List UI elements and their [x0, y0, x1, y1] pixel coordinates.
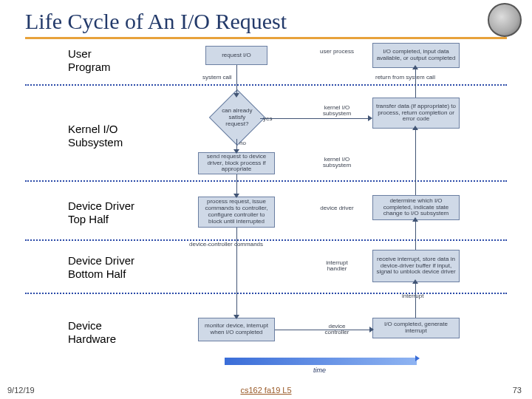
arrow-l4: [236, 228, 237, 318]
arrowhead-l4: [233, 315, 239, 319]
row-label-driver-top: Device DriverTop Half: [68, 200, 134, 226]
arrowhead-l2: [233, 149, 239, 154]
row-label-kernel-io: Kernel I/OSubsystem: [68, 123, 123, 149]
footer-page: 73: [513, 386, 522, 395]
divider-1: [25, 84, 507, 86]
arrow-yes: [260, 118, 371, 119]
arrowhead-r4: [412, 65, 418, 69]
row-label-hardware: DeviceHardware: [68, 319, 116, 346]
label-return-system-call: return from system call: [375, 74, 435, 81]
divider-2: [25, 180, 507, 182]
node-can-satisfy-label: can already satisfy request?: [220, 108, 254, 127]
node-can-satisfy: can already satisfy request?: [209, 89, 265, 146]
arrow-r3: [415, 129, 416, 195]
side-user-process: user process: [316, 49, 358, 55]
side-kernel-io-2: kernel I/O subsystem: [316, 157, 358, 169]
side-device-driver: device driver: [316, 205, 358, 211]
arrowhead-l1: [233, 93, 239, 98]
row-label-user: UserProgram: [68, 47, 111, 74]
side-kernel-io-1: kernel I/O subsystem: [316, 105, 358, 117]
time-arrowhead: [415, 355, 420, 361]
arrowhead-r2: [412, 217, 418, 222]
arrowhead-bottom: [369, 327, 374, 332]
arrow-r2: [415, 220, 416, 250]
divider-4: [25, 293, 507, 294]
title-underline: [25, 37, 507, 39]
node-determine-io: determine which I/O completed, indicate …: [372, 195, 460, 220]
label-interrupt: interrupt: [402, 293, 423, 299]
node-process-request: process request, issue commands to contr…: [198, 197, 275, 228]
label-no: no: [239, 140, 246, 146]
node-io-completed-top: I/O completed, input data available, or …: [372, 43, 460, 68]
arrowhead-r3: [412, 126, 418, 130]
node-receive-interrupt: receive interrupt, store data in device-…: [372, 250, 460, 282]
footer-center: cs162 fa19 L5: [0, 386, 532, 395]
diagram-stage: UserProgram Kernel I/OSubsystem Device D…: [25, 41, 507, 378]
arrowhead-l3: [233, 194, 239, 198]
label-system-call: system call: [202, 74, 232, 81]
arrow-l1: [236, 65, 237, 95]
node-request-io: request I/O: [205, 46, 267, 65]
node-send-request: send request to device driver, block pro…: [198, 152, 275, 174]
page-title: Life Cycle of An I/O Request: [0, 0, 532, 37]
time-label: time: [313, 366, 326, 374]
arrow-r1: [415, 282, 416, 318]
node-transfer-data: transfer data (if appropriate) to proces…: [372, 98, 460, 129]
side-interrupt-handler: interrupt handler: [316, 260, 358, 273]
arrow-r4: [415, 68, 416, 98]
arrowhead-yes: [368, 115, 372, 121]
node-generate-interrupt: I/O completed, generate interrupt: [372, 318, 460, 338]
arrow-bottom: [275, 330, 372, 330]
divider-3: [25, 239, 507, 241]
label-device-controller-commands: device-controller commands: [189, 241, 263, 248]
time-bar: [225, 358, 417, 365]
node-monitor-device: monitor device, interrupt when I/O compl…: [198, 318, 275, 341]
seal-logo: [488, 3, 522, 37]
arrowhead-r1: [412, 279, 418, 284]
row-label-driver-bottom: Device DriverBottom Half: [68, 254, 134, 281]
